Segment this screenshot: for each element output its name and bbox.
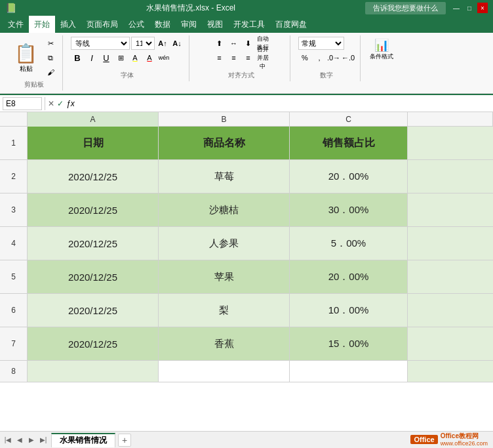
office-brand-name: Office教程网 <box>441 432 488 440</box>
align-left-button[interactable]: ≡ <box>213 51 226 64</box>
italic-button[interactable]: I <box>85 51 98 64</box>
add-sheet-button[interactable]: + <box>118 434 131 447</box>
cell-reference-box[interactable]: E8 <box>3 97 42 110</box>
cell-3-a[interactable]: 2020/12/25 <box>28 193 159 226</box>
font-name-select[interactable]: 等线 <box>71 37 130 50</box>
cell-2-b[interactable]: 草莓 <box>159 160 290 193</box>
cell-7-b[interactable]: 香蕉 <box>159 327 290 360</box>
title-bar: 📗 水果销售情况.xlsx - Excel 告诉我您想要做什么 — □ × <box>0 0 493 16</box>
cell-7-a[interactable]: 2020/12/25 <box>28 327 159 360</box>
cell-6-extra <box>408 294 493 327</box>
row-num-2[interactable]: 2 <box>0 160 28 193</box>
formula-controls: ✕ ✓ ƒx <box>48 99 75 108</box>
data-row-3: 3 2020/12/25 沙糖桔 30．00% <box>0 193 493 227</box>
minimize-button[interactable]: — <box>451 3 462 13</box>
column-headers: A B C <box>0 112 493 127</box>
format-paint-button[interactable]: 🖌 <box>44 66 57 79</box>
font-shrink-button[interactable]: A↓ <box>170 37 184 50</box>
row-num-6[interactable]: 6 <box>0 294 28 327</box>
conditional-format-button[interactable]: 📊 条件格式 <box>368 37 395 62</box>
cell-3-b[interactable]: 沙糖桔 <box>159 193 290 226</box>
sheet-tab-fruits[interactable]: 水果销售情况 <box>51 433 115 447</box>
cell-4-c[interactable]: 5．00% <box>290 227 408 260</box>
cell-4-extra <box>408 227 493 260</box>
underline-button[interactable]: U <box>100 51 113 64</box>
cell-5-a[interactable]: 2020/12/25 <box>28 260 159 293</box>
menu-start[interactable]: 开始 <box>29 16 55 33</box>
cell-6-a[interactable]: 2020/12/25 <box>28 294 159 327</box>
percent-button[interactable]: % <box>298 51 311 64</box>
header-cell-product[interactable]: 商品名称 <box>159 127 290 159</box>
align-top-button[interactable]: ⬆ <box>213 37 226 50</box>
cell-2-a[interactable]: 2020/12/25 <box>28 160 159 193</box>
header-cell-date[interactable]: 日期 <box>28 127 159 159</box>
comma-button[interactable]: , <box>313 51 326 64</box>
cell-8-b[interactable] <box>159 361 290 382</box>
col-header-b[interactable]: B <box>159 112 290 127</box>
scroll-first-button[interactable]: |◀ <box>3 435 13 445</box>
row-num-8[interactable]: 8 <box>0 361 28 382</box>
menu-baidu[interactable]: 百度网盘 <box>270 16 312 33</box>
align-bottom-button[interactable]: ⬇ <box>242 37 255 50</box>
cell-5-c[interactable]: 20．00% <box>290 260 408 293</box>
menu-data[interactable]: 数据 <box>149 16 176 33</box>
menu-file[interactable]: 文件 <box>3 16 29 33</box>
row-num-1[interactable]: 1 <box>0 127 28 159</box>
office-site-info: Office教程网 www.office26.com <box>441 432 488 447</box>
cell-8-c[interactable] <box>290 361 408 382</box>
header-cell-percent[interactable]: 销售额占比 <box>290 127 408 159</box>
cell-7-c[interactable]: 15．00% <box>290 327 408 360</box>
align-center-button[interactable]: ≡ <box>227 51 241 64</box>
menu-insert[interactable]: 插入 <box>55 16 81 33</box>
scroll-next-button[interactable]: ▶ <box>26 435 37 445</box>
close-button[interactable]: × <box>477 3 488 13</box>
cut-button[interactable]: ✂ <box>44 37 57 50</box>
cell-3-c[interactable]: 30．00% <box>290 193 408 226</box>
cell-8-a[interactable] <box>28 361 159 382</box>
font-group-content: 等线 11 A↑ A↓ B I U ⊞ A A <box>71 37 184 64</box>
cell-2-c[interactable]: 20．00% <box>290 160 408 193</box>
search-bar[interactable]: 告诉我您想要做什么 <box>365 2 446 14</box>
copy-button[interactable]: ⧉ <box>44 51 57 64</box>
cell-4-b[interactable]: 人参果 <box>159 227 290 260</box>
bold-button[interactable]: B <box>71 51 84 64</box>
number-format-select[interactable]: 常规 <box>298 37 344 50</box>
scroll-prev-button[interactable]: ◀ <box>14 435 25 445</box>
menu-review[interactable]: 审阅 <box>176 16 202 33</box>
fill-color-button[interactable]: A <box>128 51 142 64</box>
col-header-a[interactable]: A <box>28 112 159 127</box>
font-grow-button[interactable]: A↑ <box>156 37 169 50</box>
align-right-button[interactable]: ≡ <box>242 51 255 64</box>
paste-button[interactable]: 📋 粘贴 <box>10 41 41 75</box>
row-num-5[interactable]: 5 <box>0 260 28 293</box>
decrease-decimal-button[interactable]: ←.0 <box>342 51 355 64</box>
row-num-4[interactable]: 4 <box>0 227 28 260</box>
cell-6-b[interactable]: 梨 <box>159 294 290 327</box>
cell-4-a[interactable]: 2020/12/25 <box>28 227 159 260</box>
menu-page-layout[interactable]: 页面布局 <box>81 16 123 33</box>
align-middle-button[interactable]: ↔ <box>227 37 241 50</box>
increase-decimal-button[interactable]: .0→ <box>327 51 340 64</box>
cell-3-extra <box>408 193 493 226</box>
window-controls: — □ × <box>451 3 488 13</box>
row-num-7[interactable]: 7 <box>0 327 28 360</box>
confirm-formula-button[interactable]: ✓ <box>57 99 64 108</box>
font-color-button[interactable]: A <box>143 51 156 64</box>
menu-developer[interactable]: 开发工具 <box>228 16 270 33</box>
merge-button[interactable]: 合并并居中 <box>256 51 269 64</box>
cancel-formula-button[interactable]: ✕ <box>48 99 54 108</box>
border-button[interactable]: ⊞ <box>114 51 127 64</box>
col-header-c[interactable]: C <box>290 112 408 127</box>
insert-function-button[interactable]: ƒx <box>66 99 75 108</box>
wubi-button[interactable]: wén <box>157 51 170 64</box>
font-size-select[interactable]: 11 <box>131 37 155 50</box>
menu-view[interactable]: 视图 <box>202 16 228 33</box>
maximize-button[interactable]: □ <box>464 3 475 13</box>
menu-formula[interactable]: 公式 <box>123 16 149 33</box>
cell-5-b[interactable]: 苹果 <box>159 260 290 293</box>
cell-6-c[interactable]: 10．00% <box>290 294 408 327</box>
formula-input[interactable] <box>77 99 490 108</box>
row-num-3[interactable]: 3 <box>0 193 28 226</box>
data-row-5: 5 2020/12/25 苹果 20．00% <box>0 260 493 294</box>
scroll-last-button[interactable]: ▶| <box>38 435 49 445</box>
